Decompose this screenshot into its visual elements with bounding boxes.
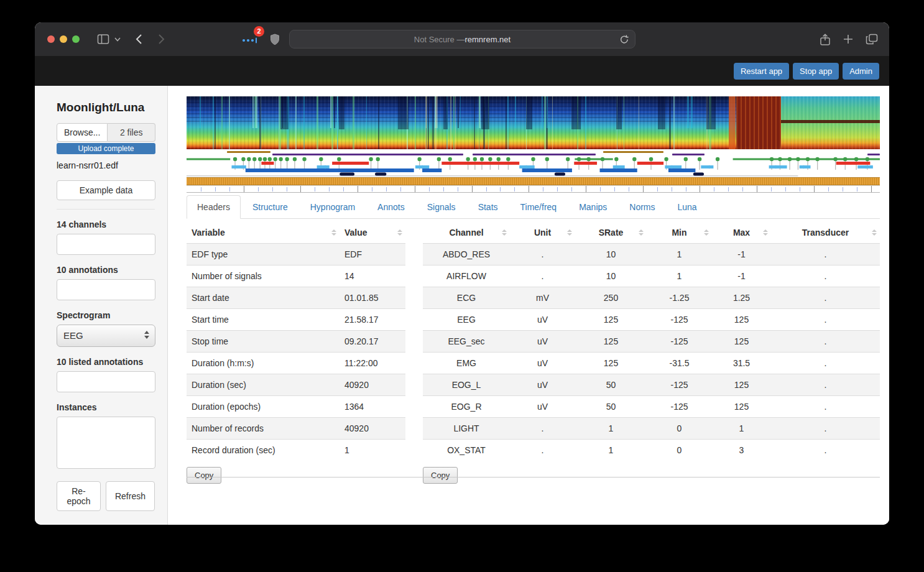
forward-button-icon[interactable] <box>158 34 165 45</box>
ruler-minor-tick <box>443 187 444 191</box>
table-cell: . <box>771 287 880 309</box>
sidebar-divider <box>57 209 155 210</box>
ruler-minor-tick <box>857 187 857 191</box>
minimize-window-button[interactable] <box>60 35 67 43</box>
instances-label: Instances <box>57 402 155 412</box>
spectrogram-label: Spectrogram <box>57 310 155 320</box>
sort-icon[interactable] <box>639 229 644 236</box>
browser-window: 2 Not Secure — remnrem.net Restar <box>35 22 889 525</box>
tab-overview-icon[interactable] <box>866 34 878 45</box>
table-row: Start time21.58.17 <box>187 309 405 331</box>
table-cell: . <box>771 374 880 396</box>
sort-icon[interactable] <box>763 229 768 236</box>
copy-headers-button[interactable]: Copy <box>187 467 221 484</box>
spectrogram-tail <box>781 96 880 149</box>
spectrogram-channel-select[interactable]: EEG <box>57 325 155 347</box>
table-cell: EOG_L <box>423 374 510 396</box>
ruler-minor-tick <box>258 187 259 191</box>
refresh-button[interactable]: Refresh <box>106 481 155 511</box>
ruler-major-tick <box>643 186 644 192</box>
table-cell: 125 <box>712 331 771 353</box>
sort-icon[interactable] <box>872 229 877 236</box>
column-header-min[interactable]: Min <box>647 222 712 244</box>
browse-button[interactable]: Browse... <box>57 123 108 142</box>
table-cell: . <box>510 440 575 461</box>
column-header-max[interactable]: Max <box>712 222 771 244</box>
annotation-bars-track <box>187 150 880 156</box>
column-header-srate[interactable]: SRate <box>575 222 647 244</box>
table-cell: uV <box>510 396 575 418</box>
ruler-minor-tick <box>514 187 515 191</box>
shield-extension-icon[interactable] <box>270 34 280 45</box>
ruler-minor-tick <box>400 187 401 191</box>
table-cell: 1.25 <box>712 287 771 309</box>
close-window-button[interactable] <box>47 35 55 43</box>
ruler-minor-tick <box>500 187 501 191</box>
address-bar[interactable]: Not Secure — remnrem.net <box>289 30 635 48</box>
example-data-button[interactable]: Example data <box>57 180 155 200</box>
table-row: EMGuV125-31.531.5. <box>423 353 880 374</box>
column-header-channel[interactable]: Channel <box>423 222 510 244</box>
ruler-major-tick <box>586 186 586 192</box>
share-icon[interactable] <box>820 34 831 46</box>
table-cell: Stop time <box>187 331 340 353</box>
sort-icon[interactable] <box>502 229 507 236</box>
extension-dots-icon[interactable] <box>241 37 257 44</box>
annotations-select-input[interactable] <box>57 279 155 300</box>
listed-annotations-input[interactable] <box>57 371 155 392</box>
ruler-minor-tick <box>201 187 201 191</box>
listed-annotations-label: 10 listed annotations <box>57 357 155 367</box>
column-header-unit[interactable]: Unit <box>510 222 575 244</box>
table-cell: 09.20.17 <box>340 331 405 353</box>
ruler-minor-tick <box>229 187 230 191</box>
reload-icon[interactable] <box>619 34 629 45</box>
sidebar: Moonlight/Luna Browse... 2 files Upload … <box>35 86 168 525</box>
table-cell: 14 <box>340 265 405 287</box>
ruler-major-tick <box>358 186 358 192</box>
table-cell: -125 <box>647 396 712 418</box>
ruler-major-tick <box>757 186 757 192</box>
tables-underline <box>187 477 880 477</box>
stop-app-button[interactable]: Stop app <box>793 63 839 80</box>
column-header-transducer[interactable]: Transducer <box>771 222 880 244</box>
sort-icon[interactable] <box>704 229 709 236</box>
sort-icon[interactable] <box>331 229 336 236</box>
sidebar-toggle-icon[interactable] <box>97 34 109 45</box>
table-cell: EDF type <box>187 244 340 265</box>
table-cell: 1 <box>575 440 647 461</box>
channels-select-input[interactable] <box>57 234 155 255</box>
zoom-window-button[interactable] <box>72 35 80 43</box>
new-tab-icon[interactable] <box>843 34 853 45</box>
column-header-value[interactable]: Value <box>340 222 405 244</box>
annotation-bar-brown <box>603 151 663 153</box>
restart-app-button[interactable]: Restart app <box>734 63 789 80</box>
table-cell: 01.01.85 <box>340 287 405 309</box>
ruler-minor-tick <box>315 187 315 191</box>
column-header-variable[interactable]: Variable <box>187 222 340 244</box>
table-cell: EEG_sec <box>423 331 510 353</box>
instances-textarea[interactable] <box>57 417 155 469</box>
admin-button[interactable]: Admin <box>843 63 879 80</box>
sort-icon[interactable] <box>397 229 402 236</box>
ruler-minor-tick <box>557 187 558 191</box>
table-cell: EOG_R <box>423 396 510 418</box>
table-cell: . <box>510 265 575 287</box>
browser-toolbar: 2 Not Secure — remnrem.net <box>35 22 889 56</box>
table-cell: -125 <box>647 331 712 353</box>
table-cell: 40920 <box>340 418 405 440</box>
epoch-band <box>187 177 880 185</box>
tab-stats: Stats <box>468 195 509 219</box>
ruler-minor-tick <box>728 187 729 191</box>
back-button-icon[interactable] <box>136 34 142 45</box>
copy-channels-button[interactable]: Copy <box>423 467 458 484</box>
table-cell: 21.58.17 <box>340 309 405 331</box>
ruler-minor-tick <box>343 187 344 191</box>
chevron-down-icon[interactable] <box>114 37 121 42</box>
ruler-major-tick <box>529 186 529 192</box>
re-epoch-button[interactable]: Re-epoch <box>57 481 101 511</box>
table-cell: -31.5 <box>647 353 712 374</box>
sort-icon[interactable] <box>567 229 572 236</box>
table-cell: 125 <box>575 353 647 374</box>
table-cell: 10 <box>575 244 647 265</box>
table-cell: 31.5 <box>712 353 771 374</box>
